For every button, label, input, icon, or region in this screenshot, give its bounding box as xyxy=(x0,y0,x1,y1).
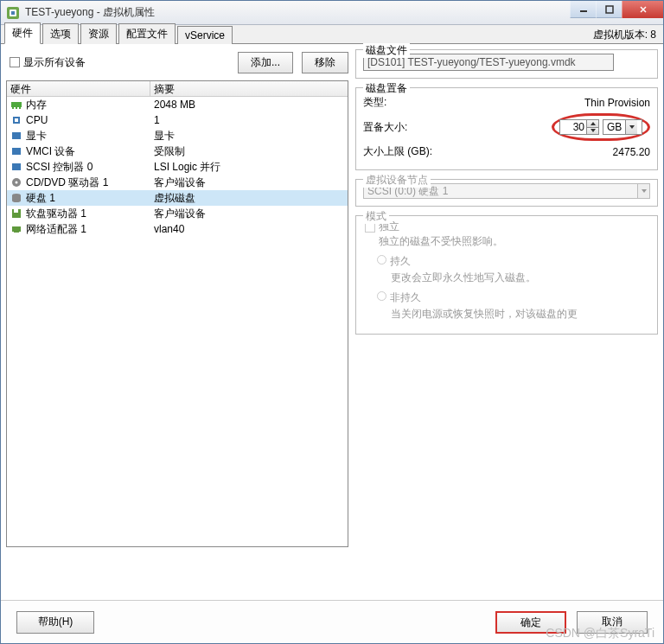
ok-button[interactable]: 确定 xyxy=(495,611,566,634)
table-row[interactable]: 软盘驱动器 1客户端设备 xyxy=(7,206,348,221)
help-button[interactable]: 帮助(H) xyxy=(16,611,94,634)
independent-checkbox: 独立 xyxy=(365,220,650,234)
svg-marker-27 xyxy=(629,125,635,129)
vm-version-label: 虚拟机版本: 8 xyxy=(593,28,656,42)
nic-icon xyxy=(10,223,22,235)
tab-profiles[interactable]: 配置文件 xyxy=(118,23,176,44)
svg-marker-26 xyxy=(591,129,596,132)
size-unit-select[interactable]: GB xyxy=(603,119,642,135)
table-row[interactable]: 内存2048 MB xyxy=(7,97,348,112)
hw-summary: 1 xyxy=(150,114,348,126)
hw-summary: 2048 MB xyxy=(150,99,348,111)
device-node-group: 虚拟设备节点 SCSI (0:0) 硬盘 1 xyxy=(355,179,658,207)
table-row[interactable]: CD/DVD 驱动器 1客户端设备 xyxy=(7,175,348,190)
nonpersistent-radio: 非持久 xyxy=(377,290,650,305)
svg-rect-2 xyxy=(11,11,15,15)
svg-rect-9 xyxy=(16,107,17,109)
provisioned-size-input[interactable] xyxy=(559,119,599,135)
independent-desc: 独立的磁盘不受快照影响。 xyxy=(379,234,650,249)
spinner-up[interactable] xyxy=(587,120,598,128)
spinner-down[interactable] xyxy=(587,128,598,135)
hw-name: 内存 xyxy=(26,98,47,112)
hw-name: 网络适配器 1 xyxy=(26,222,86,237)
svg-rect-4 xyxy=(606,6,613,13)
cd-icon xyxy=(10,176,22,188)
svg-rect-8 xyxy=(12,107,14,109)
table-row[interactable]: SCSI 控制器 0LSI Logic 并行 xyxy=(7,159,348,175)
vm-properties-window: TEST-yueyong - 虚拟机属性 硬件 选项 资源 配置文件 vServ… xyxy=(0,0,664,644)
floppy-icon xyxy=(10,207,22,220)
disk-icon xyxy=(10,192,22,204)
hardware-table: 硬件 摘要 内存2048 MBCPU1显卡显卡VMCI 设备受限制SCSI 控制… xyxy=(6,80,348,547)
right-pane: 磁盘文件 磁盘置备 类型: Thin Provision 置备大小: xyxy=(355,49,658,590)
max-size-value: 2475.20 xyxy=(613,146,650,158)
left-pane: 显示所有设备 添加... 移除 硬件 摘要 内存2048 MBCPU1显卡显卡V… xyxy=(6,49,348,590)
minimize-button[interactable] xyxy=(570,1,596,18)
persistent-desc: 更改会立即永久性地写入磁盘。 xyxy=(391,271,650,285)
table-row[interactable]: 网络适配器 1vlan40 xyxy=(7,221,348,237)
tab-vservice[interactable]: vService xyxy=(177,26,233,44)
hw-summary: 客户端设备 xyxy=(150,175,348,190)
show-all-devices-checkbox[interactable]: 显示所有设备 xyxy=(10,55,86,70)
video-icon xyxy=(10,130,22,142)
col-hardware[interactable]: 硬件 xyxy=(7,81,150,96)
hw-summary: 虚拟磁盘 xyxy=(150,191,348,206)
vmci-icon xyxy=(10,145,22,157)
red-circle-annotation: GB xyxy=(552,113,650,141)
checkbox-icon xyxy=(10,57,20,67)
nonpersistent-label: 非持久 xyxy=(390,290,421,305)
size-unit-label: GB xyxy=(603,121,625,133)
svg-rect-15 xyxy=(12,163,21,170)
svg-rect-24 xyxy=(14,231,19,233)
memory-icon xyxy=(10,99,22,111)
table-row[interactable]: CPU1 xyxy=(7,112,348,128)
close-button[interactable] xyxy=(622,1,663,18)
type-value: Thin Provision xyxy=(584,97,650,109)
add-button[interactable]: 添加... xyxy=(238,52,293,73)
svg-rect-7 xyxy=(11,102,22,107)
radio-icon xyxy=(377,255,386,265)
persistent-label: 持久 xyxy=(390,254,411,269)
hw-name: SCSI 控制器 0 xyxy=(26,160,93,175)
hw-name: 显卡 xyxy=(26,129,47,143)
hw-summary: vlan40 xyxy=(150,223,348,235)
nonpersistent-desc: 当关闭电源或恢复快照时，对该磁盘的更 xyxy=(391,307,650,322)
remove-button[interactable]: 移除 xyxy=(302,52,348,73)
svg-rect-22 xyxy=(14,209,18,213)
hw-name: VMCI 设备 xyxy=(26,144,75,159)
table-row[interactable]: 显卡显卡 xyxy=(7,128,348,143)
tab-options[interactable]: 选项 xyxy=(42,23,79,44)
table-row[interactable]: VMCI 设备受限制 xyxy=(7,143,348,159)
hw-summary: 受限制 xyxy=(150,144,348,159)
disk-provision-group: 磁盘置备 类型: Thin Provision 置备大小: xyxy=(355,87,658,170)
svg-rect-12 xyxy=(15,118,18,122)
cpu-icon xyxy=(10,114,22,126)
content-area: 显示所有设备 添加... 移除 硬件 摘要 内存2048 MBCPU1显卡显卡V… xyxy=(1,44,663,596)
chevron-down-icon xyxy=(637,184,649,198)
maximize-button[interactable] xyxy=(596,1,622,18)
mode-title: 模式 xyxy=(363,209,389,224)
hw-name: 硬盘 1 xyxy=(26,191,55,206)
tab-resources[interactable]: 资源 xyxy=(80,23,117,44)
size-value[interactable] xyxy=(560,120,586,134)
persistent-radio: 持久 xyxy=(377,254,650,269)
window-title: TEST-yueyong - 虚拟机属性 xyxy=(25,5,155,20)
hw-name: CPU xyxy=(26,114,48,126)
tab-hardware[interactable]: 硬件 xyxy=(4,22,41,44)
disk-file-group: 磁盘文件 xyxy=(355,49,658,79)
chevron-down-icon xyxy=(625,120,637,134)
svg-marker-28 xyxy=(642,189,647,193)
cancel-button[interactable]: 取消 xyxy=(577,611,648,634)
disk-file-title: 磁盘文件 xyxy=(363,43,410,58)
show-all-devices-label: 显示所有设备 xyxy=(23,55,86,70)
bottom-bar: 帮助(H) 确定 取消 xyxy=(1,600,663,643)
col-summary[interactable]: 摘要 xyxy=(150,81,348,96)
svg-rect-10 xyxy=(19,107,21,109)
svg-point-17 xyxy=(16,182,18,184)
hw-name: CD/DVD 驱动器 1 xyxy=(26,175,108,190)
table-row[interactable]: 硬盘 1虚拟磁盘 xyxy=(7,190,348,206)
max-size-label: 大小上限 (GB): xyxy=(363,144,613,159)
disk-provision-title: 磁盘置备 xyxy=(363,81,410,96)
vsphere-icon xyxy=(6,6,20,20)
svg-marker-25 xyxy=(591,122,596,125)
